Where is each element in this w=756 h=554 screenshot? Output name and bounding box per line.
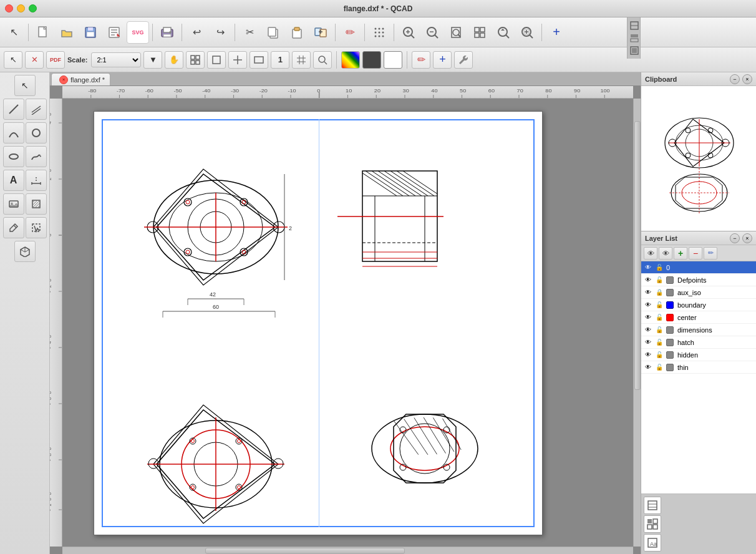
layer-item-center[interactable]: 👁 🔓 center bbox=[641, 311, 756, 324]
modify-btn[interactable] bbox=[3, 217, 24, 238]
num-1-btn[interactable]: 1 bbox=[271, 51, 289, 69]
layer-0-lock[interactable]: 🔓 bbox=[655, 263, 664, 272]
line-btn[interactable] bbox=[3, 99, 24, 120]
pdf-export-btn[interactable]: PDF bbox=[46, 51, 65, 69]
layer-remove-btn[interactable]: − bbox=[689, 247, 702, 260]
clipboard-minimize-btn[interactable]: − bbox=[730, 74, 740, 84]
color-solid-btn[interactable] bbox=[362, 51, 381, 69]
layer-dim-lock[interactable]: 🔓 bbox=[655, 326, 664, 334]
spline-btn[interactable] bbox=[26, 146, 47, 167]
add-main-btn[interactable]: + bbox=[545, 21, 568, 44]
zoom-page-btn[interactable] bbox=[445, 21, 467, 44]
clipboard-close-btn[interactable]: × bbox=[742, 74, 752, 84]
redo-btn[interactable]: ↪ bbox=[209, 21, 231, 44]
layer-eye-all2-btn[interactable]: 👁 bbox=[659, 247, 672, 260]
select-all-btn[interactable]: ↖ bbox=[4, 51, 22, 69]
layer-item-0[interactable]: 👁 🔓 0 bbox=[641, 261, 756, 274]
dropdown-btn[interactable]: ▼ bbox=[143, 51, 162, 69]
layer-hidden-lock[interactable]: 🔓 bbox=[655, 351, 664, 359]
layer-item-boundary[interactable]: 👁 🔓 boundary bbox=[641, 299, 756, 311]
save-btn[interactable] bbox=[79, 21, 102, 44]
layer-item-hidden[interactable]: 👁 🔓 hidden bbox=[641, 349, 756, 361]
circle-btn[interactable] bbox=[26, 122, 47, 143]
layer-edit-btn[interactable]: ✏ bbox=[704, 247, 717, 260]
layer-thin-eye[interactable]: 👁 bbox=[644, 363, 652, 372]
snap-mid-btn[interactable] bbox=[228, 51, 247, 69]
layer-center-lock[interactable]: 🔓 bbox=[655, 313, 664, 322]
arc-btn[interactable] bbox=[3, 122, 24, 143]
open-btn[interactable] bbox=[56, 21, 78, 44]
layer-boundary-lock[interactable]: 🔓 bbox=[655, 301, 664, 309]
rp-icon3[interactable]: Aa bbox=[644, 534, 661, 552]
v-scroll-thumb[interactable] bbox=[634, 121, 641, 390]
maximize-traffic-light[interactable] bbox=[29, 4, 37, 12]
layer-add-btn[interactable]: + bbox=[674, 247, 687, 260]
layer-defpoints-eye[interactable]: 👁 bbox=[644, 276, 652, 284]
iso-view-btn[interactable] bbox=[14, 241, 36, 262]
layer-aux-lock[interactable]: 🔒 bbox=[655, 288, 664, 297]
svg-btn[interactable]: SVG bbox=[127, 21, 149, 44]
draw-tool-btn[interactable]: ✏ bbox=[412, 51, 430, 69]
zoom-extents-btn[interactable] bbox=[516, 21, 538, 44]
rp-icon2[interactable] bbox=[644, 515, 661, 533]
layer-hatch-lock[interactable]: 🔓 bbox=[655, 338, 664, 347]
layer-eye-all-btn[interactable]: 👁 bbox=[644, 247, 657, 260]
pencil-btn[interactable]: ✏ bbox=[339, 21, 361, 44]
rect-draw-btn[interactable] bbox=[250, 51, 268, 69]
hatch-btn[interactable] bbox=[26, 193, 47, 215]
layer-boundary-eye[interactable]: 👁 bbox=[644, 301, 652, 309]
snap-corner-btn[interactable] bbox=[207, 51, 226, 69]
layer-thin-lock[interactable]: 🔓 bbox=[655, 363, 664, 372]
ellipse-btn[interactable] bbox=[3, 146, 24, 167]
h-scroll-thumb[interactable] bbox=[205, 548, 405, 554]
cut-btn[interactable]: ✂ bbox=[238, 21, 261, 44]
copy-btn[interactable] bbox=[262, 21, 284, 44]
grid-dots-btn[interactable] bbox=[368, 21, 390, 44]
right-strip-btn2[interactable] bbox=[629, 32, 640, 44]
layer-item-dimensions[interactable]: 👁 🔓 dimensions bbox=[641, 324, 756, 336]
canvas-area[interactable]: 42 60 2 bbox=[62, 99, 633, 547]
zoom-in-btn[interactable] bbox=[397, 21, 420, 44]
layer-item-hatch[interactable]: 👁 🔓 hatch bbox=[641, 336, 756, 349]
layer-list-minimize-btn[interactable]: − bbox=[730, 233, 740, 243]
paste-btn[interactable] bbox=[286, 21, 308, 44]
doc-tab[interactable]: × flange.dxf * bbox=[51, 73, 110, 85]
right-strip-btn3[interactable] bbox=[629, 45, 640, 56]
color-picker-btn[interactable] bbox=[341, 51, 360, 69]
h-scrollbar[interactable] bbox=[62, 547, 633, 554]
layer-aux-eye[interactable]: 👁 bbox=[644, 288, 652, 297]
snap-grid-btn[interactable] bbox=[186, 51, 205, 69]
deselect-btn[interactable]: ✕ bbox=[25, 51, 44, 69]
select-entity-btn[interactable]: ↖ bbox=[14, 75, 36, 96]
zoom-prev-btn[interactable] bbox=[492, 21, 515, 44]
add-tb2-btn[interactable]: + bbox=[433, 51, 452, 69]
layer-dim-eye[interactable]: 👁 bbox=[644, 326, 652, 334]
layer-0-eye[interactable]: 👁 bbox=[644, 263, 652, 272]
dim-btn[interactable] bbox=[26, 170, 47, 191]
print-preview-btn[interactable] bbox=[156, 21, 178, 44]
doc-tab-close[interactable]: × bbox=[59, 75, 68, 84]
zoom-out-btn[interactable] bbox=[421, 21, 443, 44]
zoom-fit-btn[interactable] bbox=[468, 21, 491, 44]
scale-select[interactable]: 2:11:11:2 bbox=[91, 52, 141, 67]
rp-icon1[interactable] bbox=[644, 497, 661, 514]
image-btn[interactable] bbox=[3, 193, 24, 215]
minimize-traffic-light[interactable] bbox=[17, 4, 25, 12]
v-scrollbar[interactable] bbox=[633, 99, 641, 547]
layer-defpoints-lock[interactable]: 🔓 bbox=[655, 276, 664, 284]
layer-hidden-eye[interactable]: 👁 bbox=[644, 351, 652, 359]
layer-hatch-eye[interactable]: 👁 bbox=[644, 338, 652, 347]
grid-toggle-btn[interactable] bbox=[292, 51, 311, 69]
arrow-tool-btn[interactable]: ↖ bbox=[2, 21, 25, 44]
edit-btn[interactable] bbox=[103, 21, 125, 44]
multiline-btn[interactable] bbox=[26, 99, 47, 120]
select-area-btn[interactable] bbox=[26, 217, 47, 238]
text-btn[interactable]: A bbox=[3, 170, 24, 191]
undo-btn[interactable]: ↩ bbox=[185, 21, 208, 44]
copy2-btn[interactable] bbox=[309, 21, 332, 44]
color-white-btn[interactable] bbox=[384, 51, 402, 69]
drawing-area[interactable]: × flange.dxf * -80 -70 -60 -50 -40 -30 -… bbox=[50, 72, 641, 554]
new-btn[interactable] bbox=[32, 21, 54, 44]
layer-item-defpoints[interactable]: 👁 🔓 Defpoints bbox=[641, 274, 756, 286]
layer-item-thin[interactable]: 👁 🔓 thin bbox=[641, 361, 756, 374]
